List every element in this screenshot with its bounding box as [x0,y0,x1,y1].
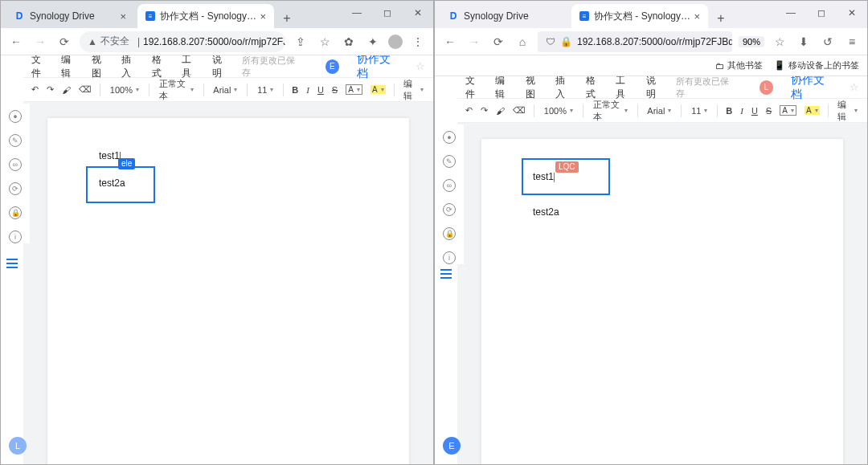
close-icon[interactable]: × [260,10,266,22]
home-icon[interactable]: ⌂ [514,33,531,51]
reload-icon[interactable]: ⟳ [55,33,73,51]
comment-icon[interactable]: ✎ [9,134,22,147]
star-icon[interactable]: ☆ [416,60,425,72]
paint-icon[interactable]: 🖌 [496,106,505,116]
underline-icon[interactable]: U [751,106,758,116]
share-icon[interactable]: ⇪ [292,33,309,51]
style-dropdown[interactable]: 正常文本 [592,99,629,123]
text-line-1[interactable]: test1 [533,171,555,182]
textcolor-icon[interactable]: A [780,105,796,116]
zoom-dropdown[interactable]: 100% [542,106,575,116]
tag-icon[interactable]: ● [443,131,456,144]
text-content[interactable]: test1 [533,171,554,182]
text-line-1[interactable]: test1 [99,150,121,161]
info-icon[interactable]: i [443,251,456,264]
maximize-icon[interactable]: ◻ [806,1,837,25]
star-icon[interactable]: ☆ [850,81,859,93]
doc-title-label[interactable]: 协作文档 [357,55,401,81]
undo-icon[interactable]: ↶ [31,84,39,95]
close-window-icon[interactable]: ✕ [837,1,867,25]
style-dropdown[interactable]: 正常文本 [158,78,195,102]
download-icon[interactable]: ⬇ [795,33,813,51]
redo-icon[interactable]: ↷ [47,84,54,95]
history-icon[interactable]: ⟳ [443,203,456,216]
textcolor-icon[interactable]: A [346,84,362,95]
forward-icon[interactable]: → [31,33,49,51]
maximize-icon[interactable]: ◻ [372,1,403,25]
user-avatar-float[interactable]: E [443,437,461,455]
italic-icon[interactable]: I [306,85,309,95]
strike-icon[interactable]: S [766,106,772,116]
close-window-icon[interactable]: ✕ [403,1,433,25]
tab-synology-drive[interactable]: D Synology Drive [440,4,568,28]
user-avatar-float[interactable]: L [9,437,27,455]
menu-icon[interactable]: ⋮ [409,33,427,51]
mode-dropdown[interactable]: 编辑 [402,78,425,102]
bookmark-icon[interactable]: ☆ [771,33,788,51]
menu-edit[interactable]: 编辑 [61,55,80,80]
profile-icon[interactable] [388,35,403,49]
menu-insert[interactable]: 插入 [555,76,574,101]
size-dropdown[interactable]: 11 [690,106,709,116]
reload-icon[interactable]: ⟳ [489,33,507,51]
close-icon[interactable]: × [694,10,700,22]
minimize-icon[interactable]: — [776,1,806,25]
extension-icon[interactable]: ✿ [340,33,358,51]
shield-icon[interactable]: 🛡 [546,36,555,47]
document-canvas[interactable]: test1 ele test2a [23,102,433,464]
back-icon[interactable]: ← [7,33,25,51]
new-tab-button[interactable]: + [277,9,297,28]
paint-icon[interactable]: 🖌 [62,85,71,95]
tab-synology-drive[interactable]: D Synology Drive × [6,4,134,28]
menu-file[interactable]: 文件 [465,76,484,101]
menu-icon[interactable]: ≡ [843,33,861,51]
close-icon[interactable]: × [120,10,126,22]
bookmark-folder[interactable]: 🗀其他书签 [715,59,763,71]
menu-tools[interactable]: 工具 [616,76,634,101]
mode-dropdown[interactable]: 编辑 [836,99,859,123]
puzzle-icon[interactable]: ✦ [364,33,382,51]
lock-icon[interactable]: 🔒 [443,227,456,240]
italic-icon[interactable]: I [740,106,743,116]
bold-icon[interactable]: B [292,85,298,95]
menu-view[interactable]: 视图 [526,76,544,101]
collaborator-avatar[interactable]: L [760,80,774,95]
url-field[interactable]: ▲ 不安全 | 192.168.8.207:5000/oo/r/mjp72FJB… [80,31,285,52]
url-field[interactable]: 🛡 🔒 192.168.8.207:5000/oo/r/mjp72FJBqcLt… [538,31,732,52]
clear-format-icon[interactable]: ⌫ [79,84,92,95]
menu-help[interactable]: 说明 [212,55,231,80]
size-dropdown[interactable]: 11 [256,85,275,95]
collaborator-avatar[interactable]: E [326,59,340,74]
history-icon[interactable]: ⟳ [9,182,22,195]
menu-view[interactable]: 视图 [92,55,110,80]
account-icon[interactable]: ↺ [819,33,837,51]
minimize-icon[interactable]: — [342,1,372,25]
text-line-2[interactable]: test2a [99,177,125,189]
link-icon[interactable]: ∞ [9,158,22,171]
font-dropdown[interactable]: Arial [211,85,239,95]
zoom-indicator[interactable]: 90% [739,36,764,47]
tab-doc-active[interactable]: ≡ 协作文档 - Synology Office 文... × [571,4,708,28]
zoom-dropdown[interactable]: 100% [108,85,141,95]
redo-icon[interactable]: ↷ [481,105,488,116]
menu-insert[interactable]: 插入 [121,55,140,80]
tab-doc-active[interactable]: ≡ 协作文档 - Synology Office 文... × [137,4,274,28]
menu-format[interactable]: 格式 [586,76,604,101]
page[interactable]: LQC test1 test2a [481,139,843,464]
menu-format[interactable]: 格式 [152,55,170,80]
clear-format-icon[interactable]: ⌫ [513,105,526,116]
forward-icon[interactable]: → [465,33,483,51]
strike-icon[interactable]: S [332,85,338,95]
lock-icon[interactable]: 🔒 [560,36,572,47]
menu-edit[interactable]: 编辑 [495,76,514,101]
doc-title-label[interactable]: 协作文档 [791,76,835,102]
document-canvas[interactable]: LQC test1 test2a [457,123,867,464]
underline-icon[interactable]: U [317,85,324,95]
highlight-icon[interactable]: A [805,106,820,115]
tag-icon[interactable]: ● [9,110,22,123]
lock-icon[interactable]: 🔒 [9,206,22,219]
font-dropdown[interactable]: Arial [645,106,673,116]
highlight-icon[interactable]: A [371,85,386,94]
bold-icon[interactable]: B [726,106,732,116]
text-line-2[interactable]: test2a [533,206,559,218]
